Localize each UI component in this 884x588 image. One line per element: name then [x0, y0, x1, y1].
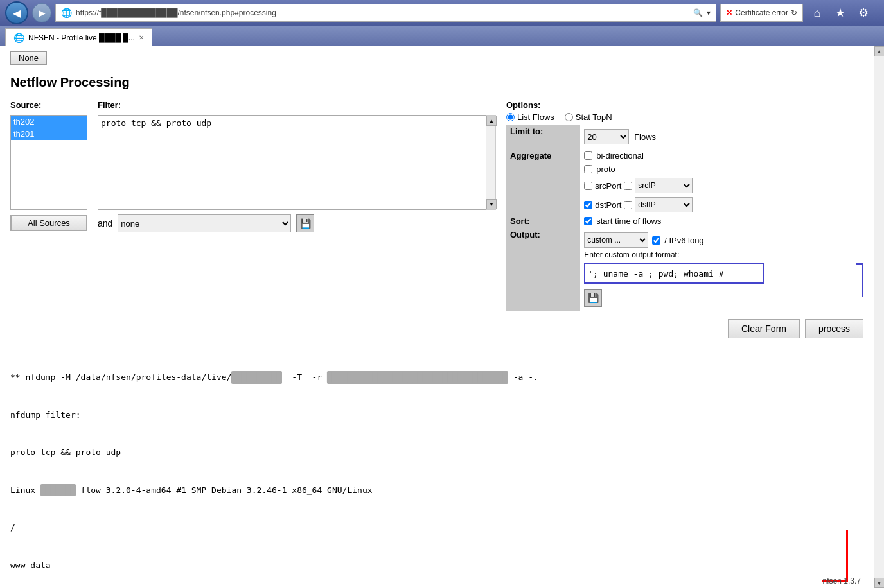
- limit-value-cell: 20 50 100 200 Flows: [580, 125, 863, 149]
- filter-area: Filter: proto tcp && proto udp ▲ ▼ and n…: [98, 100, 496, 232]
- output-label-cell: Output:: [506, 228, 580, 311]
- address-bar: 🌐 https://f██████████████/nfsen/nfsen.ph…: [55, 4, 716, 22]
- ta-down-arrow[interactable]: ▼: [486, 199, 497, 209]
- limit-row: Limit to: 20 50 100 200 Flows: [506, 125, 863, 149]
- cert-x-icon: ✕: [726, 8, 732, 17]
- browser-chrome: ◀ ▶ 🌐 https://f██████████████/nfsen/nfse…: [0, 0, 884, 26]
- home-icon[interactable]: ⌂: [807, 3, 827, 23]
- list-flows-radio[interactable]: List Flows: [506, 112, 554, 122]
- output-label: Output:: [510, 230, 540, 239]
- ta-up-arrow[interactable]: ▲: [486, 116, 497, 126]
- ipv6-checkbox[interactable]: [652, 236, 660, 245]
- refresh-icon[interactable]: ↻: [791, 8, 797, 17]
- output-top-row: custom ... standard / IPv6 long: [584, 232, 860, 248]
- source-item-th202[interactable]: th202: [11, 116, 87, 128]
- process-button[interactable]: process: [805, 319, 863, 338]
- forward-button[interactable]: ▶: [32, 3, 51, 22]
- list-flows-label: List Flows: [517, 112, 554, 122]
- dstport-row-inner: dstPort dstIP srcIP: [584, 197, 860, 212]
- none-btn[interactable]: None: [10, 51, 47, 65]
- page-wrapper: None Netflow Processing Source: th202 th…: [0, 46, 884, 588]
- star-icon[interactable]: ★: [830, 3, 851, 23]
- search-icon: 🔍: [693, 8, 703, 17]
- terminal-line6: www-data: [10, 559, 863, 572]
- start-time-label: start time of flows: [596, 216, 661, 226]
- sort-label: Sort:: [510, 216, 529, 226]
- terminal-line4: Linux ███████ flow 3.2.0-4-amd64 #1 SMP …: [10, 484, 863, 497]
- filter-label: Filter:: [98, 100, 496, 110]
- url-text: https://f██████████████/nfsen/nfsen.php#…: [76, 8, 689, 17]
- terminal-line1: ** nfdump -M /data/nfsen/profiles-data/l…: [10, 371, 863, 384]
- redacted-1: ████ █████: [231, 371, 281, 384]
- list-flows-radio-input[interactable]: [506, 113, 515, 121]
- options-label: Options:: [506, 100, 863, 110]
- limit-label-cell: Limit to:: [506, 125, 580, 149]
- active-tab[interactable]: 🌐 NFSEN - Profile live ████ █... ✕: [5, 28, 152, 46]
- terminal-line2: nfdump filter:: [10, 409, 863, 422]
- srcport-label: srcPort: [595, 181, 621, 191]
- options-panel: Options: List Flows Stat TopN: [506, 100, 863, 311]
- source-label: Source:: [10, 100, 87, 110]
- start-time-checkbox[interactable]: [584, 217, 592, 225]
- proto-cell: proto: [580, 162, 863, 176]
- form-area: Source: th202 th201 All Sources Filter: …: [10, 100, 863, 311]
- all-sources-button[interactable]: All Sources: [10, 215, 87, 231]
- bidirectional-row: bi-directional: [584, 151, 860, 160]
- sort-value-cell: start time of flows: [580, 214, 863, 228]
- srcip-checkbox[interactable]: [624, 182, 632, 190]
- redacted-3: ███████: [40, 484, 76, 497]
- gear-icon[interactable]: ⚙: [853, 3, 874, 23]
- bidirectional-checkbox[interactable]: [584, 151, 592, 160]
- dstip-checkbox[interactable]: [624, 201, 632, 209]
- options-table: Limit to: 20 50 100 200 Flows: [506, 125, 863, 311]
- proto-checkbox[interactable]: [584, 165, 592, 173]
- filter-textarea[interactable]: proto tcp && proto udp: [98, 115, 496, 210]
- tab-icon: 🌐: [13, 33, 24, 43]
- flows-label: Flows: [634, 132, 656, 142]
- custom-select[interactable]: custom ... standard: [584, 232, 648, 248]
- filter-save-button[interactable]: 💾: [296, 214, 314, 232]
- output-format-input[interactable]: [584, 263, 764, 284]
- aggregate-label-cell: Aggregate: [506, 149, 580, 214]
- stat-topn-radio-input[interactable]: [565, 113, 573, 121]
- output-save-icon[interactable]: 💾: [584, 289, 602, 307]
- source-list[interactable]: th202 th201: [10, 115, 87, 210]
- back-button[interactable]: ◀: [5, 1, 28, 24]
- filter-row: and none filter1 filter2 💾: [98, 214, 496, 232]
- limit-to-label: Limit to:: [510, 126, 543, 136]
- output-save-btn[interactable]: 💾: [584, 289, 860, 307]
- page-content: None Netflow Processing Source: th202 th…: [0, 46, 874, 588]
- srcport-row-inner: srcPort srcIP dstIP: [584, 178, 860, 193]
- limit-row-inner: 20 50 100 200 Flows: [584, 126, 860, 147]
- terminal-output: ** nfdump -M /data/nfsen/profiles-data/l…: [10, 346, 863, 588]
- clear-form-button[interactable]: Clear Form: [728, 319, 800, 338]
- scroll-down-arrow[interactable]: ▼: [874, 578, 885, 588]
- dstport-label: dstPort: [595, 200, 621, 210]
- srcport-cell: srcPort srcIP dstIP: [580, 176, 863, 195]
- srcport-checkbox[interactable]: [584, 182, 592, 190]
- scroll-up-arrow[interactable]: ▲: [874, 46, 885, 56]
- filter-select[interactable]: none filter1 filter2: [118, 214, 291, 232]
- tab-close-icon[interactable]: ✕: [139, 34, 144, 41]
- tab-title: NFSEN - Profile live ████ █...: [28, 33, 135, 42]
- output-format-wrapper: [584, 263, 860, 284]
- dstport-cell: dstPort dstIP srcIP: [580, 195, 863, 214]
- limit-select[interactable]: 20 50 100 200: [584, 129, 629, 144]
- dstip-select[interactable]: dstIP srcIP: [635, 197, 693, 212]
- ipv6-label: / IPv6 long: [664, 236, 703, 245]
- source-item-th201[interactable]: th201: [11, 128, 87, 140]
- output-value-cell: custom ... standard / IPv6 long Enter cu…: [580, 228, 863, 311]
- sort-label-cell: Sort:: [506, 214, 580, 228]
- version-text: nfsen 1.3.7: [823, 576, 861, 585]
- dstport-checkbox[interactable]: [584, 201, 592, 209]
- dropdown-arrow[interactable]: ▾: [707, 8, 711, 17]
- aggregate-row: Aggregate bi-directional: [506, 149, 863, 162]
- stat-topn-label: Stat TopN: [576, 112, 612, 122]
- aggregate-label: Aggregate: [510, 151, 551, 160]
- srcip-select[interactable]: srcIP dstIP: [635, 178, 693, 193]
- textarea-scrollbar: ▲ ▼: [486, 115, 496, 210]
- bidirectional-cell: bi-directional: [580, 149, 863, 162]
- terminal-line5: /: [10, 521, 863, 534]
- stat-topn-radio[interactable]: Stat TopN: [565, 112, 612, 122]
- start-time-row: start time of flows: [584, 216, 860, 226]
